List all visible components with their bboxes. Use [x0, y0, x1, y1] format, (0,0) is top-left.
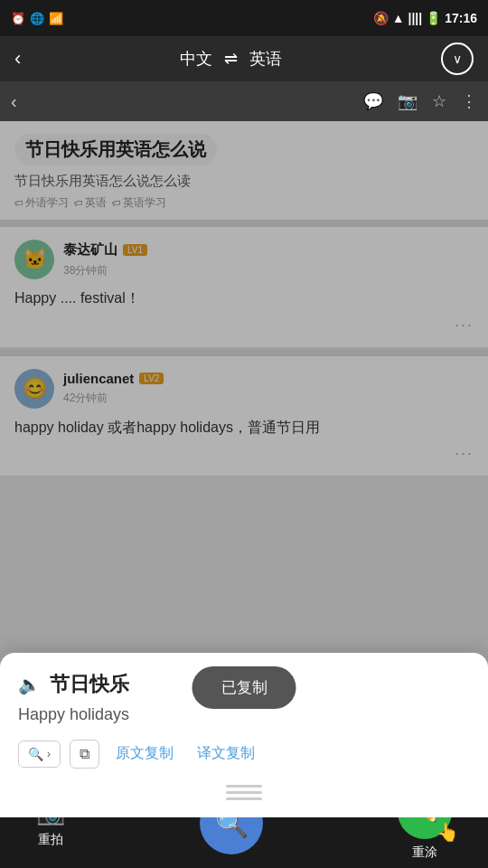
drag-line-1: [226, 785, 262, 788]
alarm-icon: ⏰: [11, 12, 25, 25]
edit-label: 重涂: [412, 844, 437, 861]
retake-label: 重拍: [38, 832, 63, 848]
nav-bar: ‹ 中文 ⇌ 英语 ∨: [0, 36, 488, 81]
battery-icon: 🔋: [426, 11, 441, 25]
translation-copy-button[interactable]: 译文复制: [190, 739, 262, 769]
speaker-icon[interactable]: 🔈: [18, 674, 41, 695]
nav-title-english: 英语: [249, 50, 282, 68]
drag-line-2: [226, 791, 262, 794]
copy-icon: ⧉: [80, 746, 89, 762]
source-text: 节日快乐: [50, 671, 129, 698]
secondary-back-button[interactable]: ‹: [11, 91, 17, 112]
time-display: 17:16: [445, 11, 477, 25]
wifi-icon: ▲: [392, 11, 405, 25]
copy-icon-btn[interactable]: ⧉: [70, 740, 99, 769]
popup-drag-handle[interactable]: [18, 781, 470, 803]
search-btn[interactable]: 🔍 ›: [18, 741, 61, 768]
status-bar: ⏰ 🌐 📶 🔕 ▲ |||| 🔋 17:16: [0, 0, 488, 36]
nav-title-chinese: 中文: [180, 50, 212, 68]
copy-confirm-toast: 已复制: [192, 666, 296, 709]
search-btn-arrow: ›: [47, 748, 51, 760]
globe-icon: 🌐: [30, 12, 44, 25]
main-content: 节日快乐用英语怎么说 节日快乐用英语怎么说怎么读 外语学习 英语 英语学习 🐱 …: [0, 121, 488, 817]
nav-dropdown-button[interactable]: ∨: [441, 42, 474, 75]
drag-lines: [226, 785, 262, 800]
secondary-nav-icons: 💬 📷 ☆ ⋮: [363, 91, 477, 111]
search-btn-icon: 🔍: [28, 747, 43, 761]
status-right: 🔕 ▲ |||| 🔋 17:16: [373, 11, 477, 25]
nav-title: 中文 ⇌ 英语: [180, 48, 282, 70]
more-icon[interactable]: ⋮: [461, 91, 477, 111]
original-copy-button[interactable]: 原文复制: [108, 739, 181, 769]
mute-icon: 🔕: [373, 11, 389, 25]
copy-confirm-label: 已复制: [221, 679, 267, 696]
nav-back-button[interactable]: ‹: [14, 47, 21, 71]
hand-cursor-icon: 👆: [436, 821, 459, 843]
phone-icon: 📶: [49, 12, 63, 25]
secondary-nav: ‹ 💬 📷 ☆ ⋮: [0, 81, 488, 121]
chevron-down-icon: ∨: [453, 52, 462, 66]
drag-line-3: [226, 797, 262, 800]
nav-separator: ⇌: [224, 50, 238, 68]
popup-actions: 🔍 › ⧉ 原文复制 译文复制: [18, 739, 470, 769]
status-left-icons: ⏰ 🌐 📶: [11, 12, 63, 25]
camera-icon[interactable]: 📷: [398, 91, 418, 111]
signal-icon: ||||: [408, 11, 423, 25]
wechat-icon[interactable]: 💬: [363, 91, 383, 111]
star-icon[interactable]: ☆: [432, 91, 446, 111]
